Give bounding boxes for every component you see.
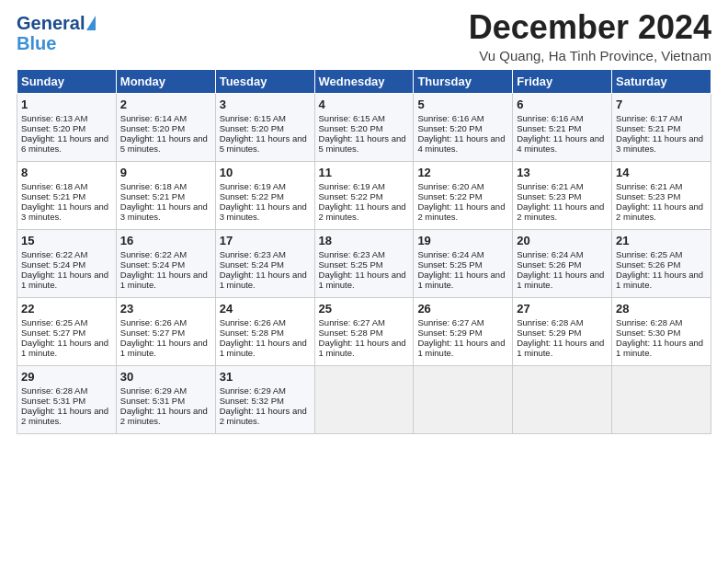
week-row-2: 8Sunrise: 6:18 AMSunset: 5:21 PMDaylight… bbox=[17, 161, 711, 229]
sunset-label: Sunset: 5:22 PM bbox=[417, 191, 482, 201]
col-header-friday: Friday bbox=[513, 69, 612, 93]
day-cell bbox=[513, 365, 612, 433]
day-cell: 29Sunrise: 6:28 AMSunset: 5:31 PMDayligh… bbox=[17, 365, 117, 433]
month-title: December 2024 bbox=[469, 9, 711, 46]
sunrise-label: Sunrise: 6:21 AM bbox=[616, 181, 682, 191]
col-header-thursday: Thursday bbox=[414, 69, 513, 93]
day-cell: 27Sunrise: 6:28 AMSunset: 5:29 PMDayligh… bbox=[513, 297, 612, 365]
daylight-label: Daylight: 11 hours and 2 minutes. bbox=[21, 406, 108, 426]
sunset-label: Sunset: 5:27 PM bbox=[120, 327, 185, 338]
day-cell: 5Sunrise: 6:16 AMSunset: 5:20 PMDaylight… bbox=[414, 93, 513, 161]
sunset-label: Sunset: 5:21 PM bbox=[616, 123, 680, 133]
day-number: 7 bbox=[616, 98, 707, 111]
day-number: 2 bbox=[120, 98, 211, 111]
col-header-tuesday: Tuesday bbox=[215, 69, 314, 93]
daylight-label: Daylight: 11 hours and 2 minutes. bbox=[417, 201, 505, 222]
day-number: 5 bbox=[417, 98, 508, 111]
sunrise-label: Sunrise: 6:13 AM bbox=[21, 113, 87, 123]
daylight-label: Daylight: 11 hours and 1 minute. bbox=[120, 338, 208, 358]
sunrise-label: Sunrise: 6:23 AM bbox=[319, 249, 385, 259]
logo-blue: Blue bbox=[17, 33, 56, 53]
day-number: 15 bbox=[21, 234, 112, 247]
day-number: 23 bbox=[120, 302, 211, 316]
sunrise-label: Sunrise: 6:19 AM bbox=[319, 181, 385, 191]
col-header-saturday: Saturday bbox=[612, 69, 711, 93]
sunrise-label: Sunrise: 6:18 AM bbox=[120, 181, 187, 191]
day-number: 24 bbox=[220, 302, 311, 316]
day-cell: 11Sunrise: 6:19 AMSunset: 5:22 PMDayligh… bbox=[314, 161, 414, 229]
sunset-label: Sunset: 5:20 PM bbox=[417, 123, 482, 133]
day-cell: 10Sunrise: 6:19 AMSunset: 5:22 PMDayligh… bbox=[215, 161, 314, 229]
day-cell: 31Sunrise: 6:29 AMSunset: 5:32 PMDayligh… bbox=[215, 365, 314, 433]
day-cell: 28Sunrise: 6:28 AMSunset: 5:30 PMDayligh… bbox=[612, 297, 711, 365]
day-number: 13 bbox=[517, 166, 608, 179]
sunrise-label: Sunrise: 6:15 AM bbox=[319, 113, 385, 123]
week-row-4: 22Sunrise: 6:25 AMSunset: 5:27 PMDayligh… bbox=[17, 297, 711, 365]
day-number: 10 bbox=[220, 166, 311, 179]
col-header-wednesday: Wednesday bbox=[314, 69, 414, 93]
daylight-label: Daylight: 11 hours and 2 minutes. bbox=[120, 406, 208, 426]
sunset-label: Sunset: 5:29 PM bbox=[417, 327, 482, 338]
daylight-label: Daylight: 11 hours and 1 minute. bbox=[220, 338, 307, 358]
day-number: 27 bbox=[517, 302, 608, 316]
day-cell: 1Sunrise: 6:13 AMSunset: 5:20 PMDaylight… bbox=[17, 93, 117, 161]
day-cell: 24Sunrise: 6:26 AMSunset: 5:28 PMDayligh… bbox=[215, 297, 314, 365]
sunset-label: Sunset: 5:21 PM bbox=[517, 123, 581, 133]
sunset-label: Sunset: 5:22 PM bbox=[319, 191, 383, 201]
day-number: 25 bbox=[319, 302, 410, 316]
daylight-label: Daylight: 11 hours and 5 minutes. bbox=[319, 133, 406, 154]
sunrise-label: Sunrise: 6:25 AM bbox=[616, 249, 682, 259]
sunrise-label: Sunrise: 6:26 AM bbox=[220, 317, 286, 327]
col-header-sunday: Sunday bbox=[17, 69, 117, 93]
sunset-label: Sunset: 5:25 PM bbox=[417, 259, 482, 270]
sunset-label: Sunset: 5:28 PM bbox=[220, 327, 284, 338]
day-number: 21 bbox=[616, 234, 707, 247]
day-cell: 30Sunrise: 6:29 AMSunset: 5:31 PMDayligh… bbox=[116, 365, 215, 433]
sunset-label: Sunset: 5:22 PM bbox=[220, 191, 284, 201]
sunrise-label: Sunrise: 6:16 AM bbox=[517, 113, 583, 123]
sunset-label: Sunset: 5:25 PM bbox=[319, 259, 383, 270]
sunset-label: Sunset: 5:20 PM bbox=[319, 123, 383, 133]
logo-triangle-icon bbox=[86, 16, 96, 30]
day-cell: 7Sunrise: 6:17 AMSunset: 5:21 PMDaylight… bbox=[612, 93, 711, 161]
daylight-label: Daylight: 11 hours and 1 minute. bbox=[417, 270, 505, 290]
daylight-label: Daylight: 11 hours and 2 minutes. bbox=[220, 406, 307, 426]
sunrise-label: Sunrise: 6:20 AM bbox=[417, 181, 483, 191]
day-cell: 18Sunrise: 6:23 AMSunset: 5:25 PMDayligh… bbox=[314, 229, 414, 297]
col-header-monday: Monday bbox=[116, 69, 215, 93]
day-cell: 14Sunrise: 6:21 AMSunset: 5:23 PMDayligh… bbox=[612, 161, 711, 229]
sunset-label: Sunset: 5:26 PM bbox=[517, 259, 581, 270]
day-number: 28 bbox=[616, 302, 707, 316]
daylight-label: Daylight: 11 hours and 1 minute. bbox=[319, 338, 406, 358]
day-number: 17 bbox=[220, 234, 311, 247]
day-number: 14 bbox=[616, 166, 707, 179]
sunrise-label: Sunrise: 6:17 AM bbox=[616, 113, 682, 123]
daylight-label: Daylight: 11 hours and 1 minute. bbox=[417, 338, 505, 358]
day-cell: 23Sunrise: 6:26 AMSunset: 5:27 PMDayligh… bbox=[116, 297, 215, 365]
daylight-label: Daylight: 11 hours and 4 minutes. bbox=[517, 133, 604, 154]
daylight-label: Daylight: 11 hours and 3 minutes. bbox=[616, 133, 703, 154]
sunrise-label: Sunrise: 6:24 AM bbox=[517, 249, 583, 259]
day-number: 16 bbox=[120, 234, 211, 247]
sunrise-label: Sunrise: 6:19 AM bbox=[220, 181, 286, 191]
day-cell: 16Sunrise: 6:22 AMSunset: 5:24 PMDayligh… bbox=[116, 229, 215, 297]
sunrise-label: Sunrise: 6:23 AM bbox=[220, 249, 286, 259]
calendar-table: SundayMondayTuesdayWednesdayThursdayFrid… bbox=[17, 69, 711, 434]
sunset-label: Sunset: 5:24 PM bbox=[120, 259, 185, 270]
week-row-3: 15Sunrise: 6:22 AMSunset: 5:24 PMDayligh… bbox=[17, 229, 711, 297]
sunset-label: Sunset: 5:23 PM bbox=[517, 191, 581, 201]
day-number: 11 bbox=[319, 166, 410, 179]
day-cell: 21Sunrise: 6:25 AMSunset: 5:26 PMDayligh… bbox=[612, 229, 711, 297]
day-number: 31 bbox=[220, 370, 311, 384]
sunset-label: Sunset: 5:20 PM bbox=[120, 123, 185, 133]
sunset-label: Sunset: 5:20 PM bbox=[220, 123, 284, 133]
day-cell: 2Sunrise: 6:14 AMSunset: 5:20 PMDaylight… bbox=[116, 93, 215, 161]
logo: General Blue bbox=[17, 13, 96, 53]
sunset-label: Sunset: 5:32 PM bbox=[220, 396, 284, 406]
day-number: 18 bbox=[319, 234, 410, 247]
logo-general: General bbox=[17, 13, 85, 33]
sunset-label: Sunset: 5:24 PM bbox=[220, 259, 284, 270]
day-number: 1 bbox=[21, 98, 112, 111]
sunrise-label: Sunrise: 6:28 AM bbox=[517, 317, 583, 327]
day-number: 4 bbox=[319, 98, 410, 111]
